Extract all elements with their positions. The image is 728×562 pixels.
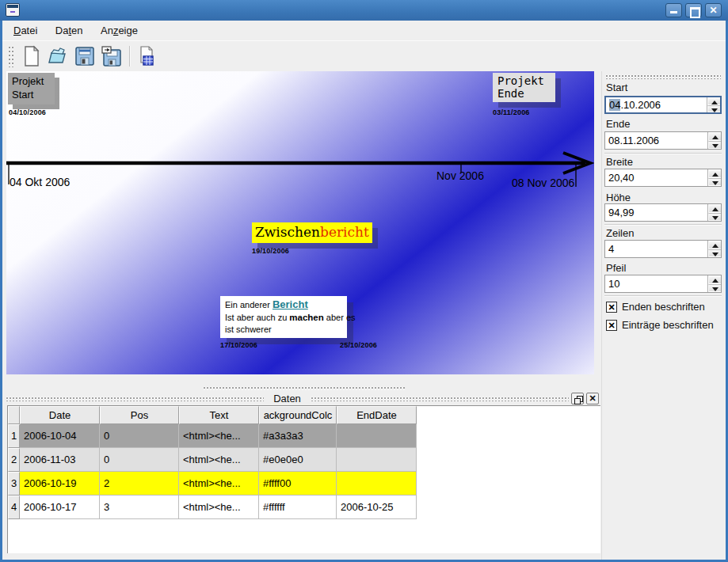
toolbar-drag-handle[interactable]: [8, 46, 13, 67]
spin-up-icon[interactable]: [708, 204, 721, 213]
header-backgroundcolor[interactable]: ackgroundColc: [259, 406, 337, 424]
ende-date-spinbox[interactable]: 08.11.2006: [604, 131, 722, 150]
bericht-link: Bericht: [273, 298, 308, 310]
axis-mid-label: Nov 2006: [436, 169, 484, 182]
header-enddate[interactable]: EndDate: [337, 406, 417, 424]
open-folder-icon[interactable]: [47, 45, 69, 67]
window-content: Datei Daten Anzeige: [2, 21, 726, 560]
application-window: Datei Daten Anzeige: [0, 0, 728, 562]
table-header-row: Date Pos Text ackgroundColc EndDate: [8, 406, 600, 424]
row-header[interactable]: 4: [8, 496, 20, 519]
pfeil-spinbox[interactable]: 10: [604, 275, 722, 293]
maximize-button[interactable]: [685, 3, 702, 17]
cell-backgroundcolor[interactable]: #ffffff: [259, 496, 337, 519]
cell-text[interactable]: <html><he...: [179, 496, 259, 519]
dock-handle-texture: [6, 397, 264, 401]
spin-down-icon[interactable]: [708, 178, 721, 187]
save-icon[interactable]: [74, 45, 96, 67]
cell-text[interactable]: <html><he...: [179, 472, 259, 496]
entry-date-label: 04/10/2006: [9, 108, 46, 116]
cell-pos[interactable]: 0: [100, 448, 179, 472]
new-document-icon[interactable]: [20, 45, 42, 67]
checkbox-eintraege-beschriften[interactable]: ✕ Einträge beschriften: [606, 319, 714, 331]
cell-date[interactable]: 2006-11-03: [20, 448, 100, 472]
cell-pos[interactable]: 3: [100, 496, 179, 519]
field-label-ende: Ende: [606, 118, 630, 130]
splitter-handle[interactable]: [203, 386, 405, 390]
entry-date-label: 25/10/2006: [340, 341, 377, 349]
cell-text[interactable]: <html><he...: [179, 424, 259, 448]
cell-backgroundcolor[interactable]: #ffff00: [259, 472, 337, 496]
separator: [604, 153, 722, 154]
table-row: 4 2006-10-17 3 <html><he... #ffffff 2006…: [8, 496, 600, 519]
spin-up-icon[interactable]: [708, 275, 721, 284]
header-corner[interactable]: [8, 406, 20, 424]
table-row: 2 2006-11-03 0 <html><he... #e0e0e0: [8, 448, 600, 472]
cell-enddate[interactable]: [337, 448, 417, 472]
table-row: 3 2006-10-19 2 <html><he... #ffff00: [8, 472, 600, 496]
cell-pos[interactable]: 0: [100, 424, 179, 448]
header-date[interactable]: Date: [20, 406, 100, 424]
dock-title-bar[interactable]: Daten: [6, 392, 599, 404]
cell-enddate[interactable]: [337, 472, 417, 496]
row-header[interactable]: 1: [8, 424, 20, 448]
cell-pos[interactable]: 2: [100, 472, 179, 496]
settings-sidebar: Start 04.10.2006 Ende 08.11.2006 Breite …: [601, 71, 726, 560]
spin-down-icon[interactable]: [708, 141, 721, 150]
spin-up-icon[interactable]: [708, 132, 721, 141]
dock-float-button[interactable]: [571, 393, 584, 404]
breite-spinbox[interactable]: 20,40: [604, 169, 722, 187]
dock-title: Daten: [264, 393, 311, 404]
entry-date-label: 19/10/2006: [252, 247, 289, 255]
dock-handle-texture: [311, 397, 569, 401]
cell-text[interactable]: <html><he...: [179, 448, 259, 472]
field-label-start: Start: [606, 82, 627, 93]
row-header[interactable]: 3: [8, 472, 20, 496]
hoehe-spinbox[interactable]: 94,99: [604, 203, 722, 222]
cell-date[interactable]: 2006-10-19: [20, 472, 100, 496]
menu-anzeige[interactable]: Anzeige: [93, 21, 145, 40]
separator: [604, 224, 722, 226]
timeline-entry-projekt-start[interactable]: Projekt Start: [8, 73, 55, 104]
axis-start-label: 04 Okt 2006: [10, 176, 70, 188]
menu-datei[interactable]: Datei: [6, 21, 44, 40]
cell-backgroundcolor[interactable]: #e0e0e0: [259, 448, 337, 472]
menu-daten[interactable]: Daten: [48, 21, 90, 40]
spin-down-icon[interactable]: [708, 284, 721, 293]
timeline-canvas[interactable]: 04 Okt 2006 Nov 2006 08 Nov 2006 Projekt…: [6, 71, 594, 374]
minimize-button[interactable]: [665, 3, 682, 17]
dock-close-button[interactable]: [586, 393, 599, 404]
spin-up-icon[interactable]: [708, 169, 721, 178]
header-pos[interactable]: Pos: [100, 406, 179, 424]
cell-enddate[interactable]: 2006-10-25: [337, 496, 417, 519]
spin-down-icon[interactable]: [708, 249, 721, 258]
header-text[interactable]: Text: [179, 406, 259, 424]
timeline-entry-anderer-bericht[interactable]: Ein anderer Bericht Ist aber auch zu mac…: [220, 296, 347, 338]
menu-bar: Datei Daten Anzeige: [2, 21, 726, 40]
timeline-entry-zwischenbericht[interactable]: Zwischenbericht: [252, 222, 372, 243]
close-button[interactable]: [705, 3, 722, 17]
spin-down-icon[interactable]: [707, 105, 720, 113]
field-label-hoehe: Höhe: [606, 192, 631, 203]
cell-backgroundcolor[interactable]: #a3a3a3: [259, 424, 337, 448]
spin-up-icon[interactable]: [707, 97, 720, 105]
cell-enddate[interactable]: [337, 424, 417, 448]
timeline-entry-projekt-ende[interactable]: Projekt Ende: [493, 73, 555, 102]
row-header[interactable]: 2: [8, 448, 20, 472]
cell-date[interactable]: 2006-10-04: [20, 424, 100, 448]
data-table: Date Pos Text ackgroundColc EndDate 1 20…: [7, 405, 600, 553]
checkbox-checked-icon: ✕: [606, 320, 617, 331]
spin-up-icon[interactable]: [708, 241, 721, 249]
export-table-icon[interactable]: [137, 45, 156, 67]
entry-date-label: 17/10/2006: [220, 341, 257, 349]
checkbox-enden-beschriften[interactable]: ✕ Enden beschriften: [606, 301, 705, 313]
sidebar-drag-handle[interactable]: [605, 74, 721, 79]
table-row: 1 2006-10-04 0 <html><he... #a3a3a3: [8, 424, 600, 448]
cell-date[interactable]: 2006-10-17: [20, 496, 100, 519]
start-date-spinbox[interactable]: 04.10.2006: [604, 96, 722, 114]
zeilen-spinbox[interactable]: 4: [604, 240, 722, 258]
field-label-zeilen: Zeilen: [606, 227, 634, 239]
save-as-icon[interactable]: [101, 45, 123, 67]
spin-down-icon[interactable]: [708, 213, 721, 222]
title-bar[interactable]: [0, 0, 728, 21]
